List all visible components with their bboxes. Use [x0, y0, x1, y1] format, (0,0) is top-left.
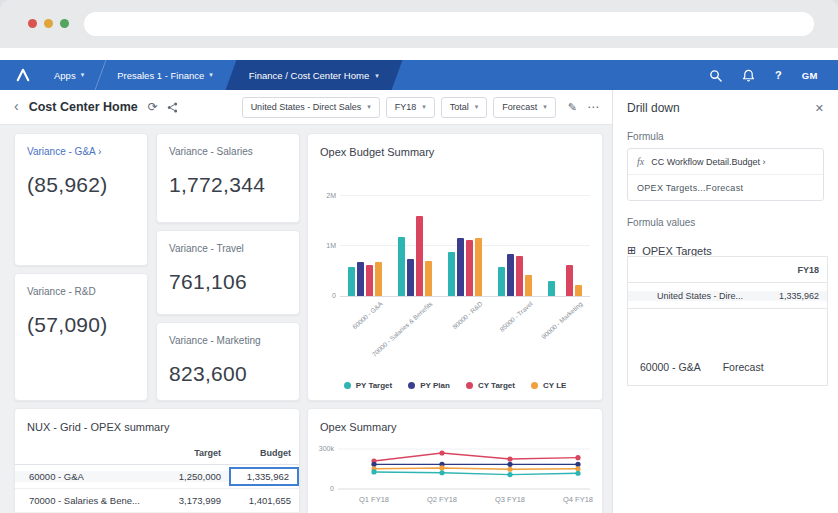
- data-point[interactable]: [507, 467, 512, 472]
- data-point[interactable]: [507, 472, 512, 477]
- chevron-down-icon: ▾: [209, 71, 213, 79]
- x-axis-label: Q1 FY18: [344, 495, 404, 504]
- close-icon[interactable]: ✕: [815, 102, 824, 115]
- refresh-icon[interactable]: ⟳: [148, 100, 158, 114]
- nav-apps-menu[interactable]: Apps ▾: [44, 60, 94, 90]
- kpi-card-variance-ga[interactable]: Variance - G&A › (85,962): [14, 133, 148, 266]
- chart-title: Opex Summary: [308, 409, 602, 433]
- notifications-bell-icon[interactable]: [742, 69, 755, 82]
- bar-cy-le[interactable]: [425, 261, 432, 297]
- line-chart-svg: [338, 443, 590, 493]
- data-point[interactable]: [507, 462, 512, 467]
- bar-cy-target[interactable]: [516, 256, 523, 296]
- bar-cy-le[interactable]: [475, 238, 482, 297]
- data-point[interactable]: [507, 456, 512, 461]
- filter-select-3[interactable]: Forecast▾: [493, 97, 556, 118]
- bar-py-target[interactable]: [398, 237, 405, 297]
- share-icon[interactable]: [167, 102, 178, 113]
- close-window-icon[interactable]: [28, 19, 37, 28]
- data-point[interactable]: [439, 470, 444, 475]
- maximize-window-icon[interactable]: [60, 19, 69, 28]
- formula-box[interactable]: fx CC Workflow Detail.Budget › OPEX Targ…: [627, 148, 824, 201]
- grid-row-label[interactable]: 60000 - G&A: [15, 471, 165, 482]
- bar-cy-le[interactable]: [375, 262, 382, 297]
- bar-cy-le[interactable]: [525, 275, 532, 296]
- grid-column-header-budget[interactable]: Budget: [229, 448, 299, 458]
- top-nav: Apps ▾ Presales 1 - Finance ▾ Finance / …: [0, 60, 838, 90]
- bar-cy-target[interactable]: [366, 265, 373, 297]
- kpi-value: 761,106: [157, 254, 299, 294]
- drill-table-data-row[interactable]: United States - Dire... 1,335,962: [628, 283, 827, 309]
- legend-item-cy-target[interactable]: CY Target: [466, 381, 515, 390]
- x-axis-label: Q4 FY18: [548, 495, 608, 504]
- bar-py-plan[interactable]: [407, 259, 414, 297]
- legend-label: PY Plan: [420, 381, 450, 390]
- grid-cell-budget-selected[interactable]: 1,335,962: [229, 467, 299, 486]
- bar-py-target[interactable]: [448, 252, 455, 297]
- grid-cell-budget[interactable]: 1,401,655: [229, 495, 299, 506]
- data-point[interactable]: [575, 466, 580, 471]
- line-series-cy-le: [374, 468, 578, 469]
- anaplan-logo[interactable]: [16, 68, 30, 82]
- line-series-py-target: [374, 472, 578, 475]
- fx-icon: fx: [637, 156, 644, 167]
- bar-cy-le[interactable]: [575, 285, 582, 297]
- drill-table-row-value: 1,335,962: [751, 291, 827, 301]
- back-chevron-icon[interactable]: ‹: [14, 98, 19, 114]
- minimize-window-icon[interactable]: [44, 19, 53, 28]
- filter-select-2[interactable]: Total▾: [441, 97, 488, 118]
- chart-legend: PY TargetPY PlanCY TargetCY LE: [308, 381, 602, 390]
- bar-group: [498, 184, 532, 296]
- bar-py-target[interactable]: [348, 267, 355, 297]
- kpi-value: 1,772,344: [157, 157, 299, 197]
- search-icon[interactable]: [709, 69, 722, 82]
- bookmarks-strip: [0, 48, 838, 60]
- bar-py-plan[interactable]: [457, 238, 464, 297]
- module-link[interactable]: ⊞ OPEX Targets: [613, 234, 838, 257]
- drill-down-title: Drill down: [627, 101, 680, 115]
- bar-group: [448, 184, 482, 296]
- data-point[interactable]: [371, 469, 376, 474]
- help-icon[interactable]: ?: [775, 69, 782, 81]
- bar-cy-target[interactable]: [566, 265, 573, 297]
- legend-item-py-target[interactable]: PY Target: [344, 381, 393, 390]
- user-avatar[interactable]: GM: [802, 70, 818, 81]
- data-point[interactable]: [575, 455, 580, 460]
- data-point[interactable]: [439, 465, 444, 470]
- grid-header-row: TargetBudget: [15, 441, 299, 465]
- more-options-icon[interactable]: ⋯: [587, 100, 600, 114]
- bar-cy-target[interactable]: [416, 216, 423, 297]
- legend-item-cy-le[interactable]: CY LE: [531, 381, 566, 390]
- kpi-card-variance-marketing[interactable]: Variance - Marketing 823,600: [156, 322, 300, 401]
- grid-cell-target[interactable]: 3,173,999: [165, 495, 229, 506]
- legend-item-py-plan[interactable]: PY Plan: [408, 381, 450, 390]
- bar-py-target[interactable]: [498, 267, 505, 296]
- kpi-card-variance-rd[interactable]: Variance - R&D (57,090): [14, 273, 148, 401]
- legend-dot-icon: [531, 382, 538, 389]
- bar-py-plan[interactable]: [507, 254, 514, 296]
- data-point[interactable]: [575, 471, 580, 476]
- drill-context-account: 60000 - G&A: [640, 361, 701, 373]
- edit-pencil-icon[interactable]: ✎: [568, 101, 577, 114]
- kpi-card-variance-travel[interactable]: Variance - Travel 761,106: [156, 230, 300, 315]
- kpi-link-label[interactable]: Variance - G&A ›: [15, 134, 147, 157]
- kpi-card-variance-salaries[interactable]: Variance - Salaries 1,772,344: [156, 133, 300, 223]
- bar-group: [348, 184, 382, 296]
- nav-active-page-tab[interactable]: Finance / Cost Center Home ▾: [225, 60, 402, 90]
- grid-cell-target[interactable]: 1,250,000: [165, 471, 229, 482]
- filter-select-0[interactable]: United States - Direct Sales▾: [242, 97, 380, 118]
- chevron-down-icon: ▾: [475, 103, 479, 111]
- y-axis-tick: 1M: [318, 242, 336, 249]
- address-bar[interactable]: [84, 12, 814, 36]
- data-point[interactable]: [439, 450, 444, 455]
- grid-row-label[interactable]: 70000 - Salaries & Bene...: [15, 495, 165, 506]
- bar-cy-target[interactable]: [466, 240, 473, 297]
- nav-workspace-menu[interactable]: Presales 1 - Finance ▾: [107, 60, 223, 90]
- bar-py-plan[interactable]: [357, 262, 364, 297]
- drill-table-column-header: FY18: [751, 265, 827, 275]
- grid-column-header-target[interactable]: Target: [165, 448, 229, 458]
- bar-py-target[interactable]: [548, 281, 555, 297]
- kpi-value: 823,600: [157, 346, 299, 386]
- filter-select-1[interactable]: FY18▾: [386, 97, 435, 118]
- line-chart-x-labels: Q1 FY18Q2 FY18Q3 FY18Q4 FY18: [338, 493, 594, 507]
